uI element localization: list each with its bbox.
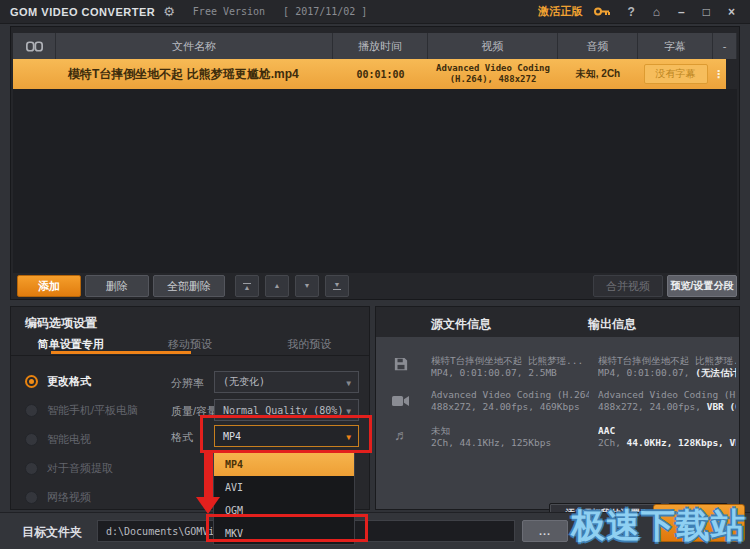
arrow-up-icon: ▲ (244, 285, 251, 291)
bottom-bar-glyph (333, 289, 341, 290)
format-select[interactable]: MP4 ▼ (214, 425, 359, 447)
output-info-title: 输出信息 (588, 316, 636, 333)
annotation-arrow-down-icon (196, 497, 220, 514)
row-menu-icon[interactable]: ⋮ (713, 59, 726, 89)
convert-button[interactable] (653, 504, 745, 542)
radio-unselected-icon (25, 433, 38, 446)
key-icon[interactable] (594, 6, 610, 17)
output-file-row: 模特T台摔倒坐地不起 比熊梦瑶... MP4, 0:01:00.07, (无法估… (598, 355, 736, 379)
info-body: ♬ 模特T台摔倒坐地不起 比熊梦瑶... MP4, 0:01:00.07, 2.… (376, 337, 739, 509)
row-link-cell (13, 59, 56, 89)
resolution-label: 分辨率 (171, 376, 204, 391)
source-info-title: 源文件信息 (431, 316, 491, 333)
destination-folder-label: 目标文件夹 (22, 524, 82, 541)
close-button[interactable]: × (723, 5, 740, 19)
radio-web-video[interactable]: 网络视频 (25, 483, 138, 512)
gom-video-converter-window: GOM VIDEO CONVERTER ⚙ Free Version [ 201… (0, 0, 750, 549)
settings-gear-icon[interactable]: ⚙ (163, 4, 175, 19)
column-collapse-button[interactable]: - (713, 33, 737, 59)
output-video-codec: Advanced Video Coding (H.264) (598, 389, 736, 401)
chevron-down-icon: ▼ (346, 433, 351, 442)
source-video-row: Advanced Video Coding (H.264) 488x272, 2… (431, 389, 589, 413)
row-video-info: Advanced Video Coding (H.264), 488x272 (428, 59, 558, 89)
dropdown-option-ogm[interactable]: OGM (214, 499, 354, 522)
column-header-filename[interactable]: 文件名称 (56, 33, 333, 59)
music-note-icon: ♬ (394, 427, 408, 443)
file-list-empty-area (13, 89, 737, 273)
row-video-resolution: (H.264), 488x272 (450, 74, 537, 85)
activate-license-link[interactable]: 激活正版 (538, 4, 582, 19)
file-row-selected[interactable]: 模特T台摔倒坐地不起 比熊梦瑶更尴尬.mp4 00:01:00 Advanced… (13, 59, 726, 89)
source-audio-row: 未知 2Ch, 44.1KHz, 125Kbps (431, 425, 589, 449)
chain-link-icon (26, 41, 43, 52)
funnel-icon (692, 516, 707, 531)
dropdown-option-mp4[interactable]: MP4 (214, 453, 354, 476)
row-subtitle-cell[interactable]: 没有字幕 (638, 59, 713, 89)
output-filename: 模特T台摔倒坐地不起 比熊梦瑶... (598, 355, 736, 367)
merge-videos-button[interactable]: 合并视频 (593, 275, 663, 297)
radio-label: 网络视频 (47, 490, 91, 505)
remove-all-button[interactable]: 全部删除 (153, 275, 225, 297)
move-down-button[interactable]: ▼ (295, 275, 319, 297)
radio-label: 更改格式 (47, 374, 91, 389)
minimize-button[interactable]: – (673, 5, 690, 19)
link-column-header[interactable] (13, 33, 56, 59)
radio-audio-extract[interactable]: 对于音频提取 (25, 454, 138, 483)
column-header-video[interactable]: 视频 (428, 33, 558, 59)
conversion-mode-radios: 更改格式 智能手机/平板电脑 智能电视 对于音频提取 网络视频 (25, 367, 138, 512)
output-audio-details: 2Ch, 44.0KHz, 128Kbps, VBR, 3... (598, 437, 736, 449)
move-to-bottom-button[interactable]: ▼ (325, 275, 349, 297)
list-toolbar: 添加 删除 全部删除 ▲ ▲ ▼ ▼ 合并视频 预览/设置分段 (13, 273, 737, 299)
arrow-down-icon: ▼ (334, 282, 341, 288)
preview-segment-button[interactable]: 预览/设置分段 (667, 275, 737, 297)
output-audio-codec: AAC (598, 425, 736, 437)
bottom-bar: 目标文件夹 d:\Documents\GOMVideoCo ... (0, 512, 750, 549)
output-video-details: 488x272, 24.00fps, VBR (Q 80)视 (598, 401, 736, 413)
radio-smart-tv[interactable]: 智能电视 (25, 425, 138, 454)
resolution-select[interactable]: (无变化) ▼ (214, 371, 359, 393)
source-filename: 模特T台摔倒坐地不起 比熊梦瑶... (431, 355, 589, 367)
maximize-button[interactable]: □ (698, 5, 715, 19)
format-field-row: 格式 MP4 ▼ (171, 425, 367, 447)
radio-label: 智能手机/平板电脑 (47, 403, 138, 418)
subtitle-selector[interactable]: 没有字幕 (644, 64, 708, 84)
output-audio-row: AAC 2Ch, 44.0KHz, 128Kbps, VBR, 3... (598, 425, 736, 449)
format-label: 格式 (171, 430, 193, 445)
chevron-down-icon: ▼ (346, 407, 351, 416)
browse-folder-button[interactable]: ... (522, 520, 568, 542)
column-header-subtitle[interactable]: 字幕 (638, 33, 713, 59)
format-value: MP4 (223, 431, 241, 442)
row-filename: 模特T台摔倒坐地不起 比熊梦瑶更尴尬.mp4 (56, 59, 333, 89)
encoding-panel-title: 编码选项设置 (25, 315, 97, 332)
radio-unselected-icon (25, 462, 38, 475)
build-date-label: [ 2017/11/02 ] (283, 6, 367, 17)
tab-my-presets[interactable]: 我的预设 (250, 333, 369, 355)
radio-selected-icon (25, 375, 38, 388)
arrow-down-icon: ▼ (304, 283, 311, 289)
add-file-button[interactable]: 添加 (17, 275, 81, 297)
quality-value: Normal Quality (80%) (223, 405, 343, 416)
remove-file-button[interactable]: 删除 (85, 275, 149, 297)
dropdown-option-avi[interactable]: AVI (214, 476, 354, 499)
move-up-button[interactable]: ▲ (265, 275, 289, 297)
format-dropdown-list: MP4 AVI OGM MKV (213, 452, 355, 545)
column-header-duration[interactable]: 播放时间 (333, 33, 428, 59)
file-info-panel: 源文件信息 输出信息 ♬ 模特T台摔倒坐地不起 比熊梦瑶... MP4, 0:0… (375, 306, 740, 510)
file-table-header: 文件名称 播放时间 视频 音频 字幕 - (13, 33, 737, 59)
radio-change-format[interactable]: 更改格式 (25, 367, 138, 396)
help-button[interactable]: ? (622, 5, 639, 19)
move-to-top-button[interactable]: ▲ (235, 275, 259, 297)
source-file-details: MP4, 0:01:00.07, 2.5MB (431, 367, 589, 379)
quality-label: 质量/容量 (171, 404, 218, 419)
radio-label: 对于音频提取 (47, 461, 113, 476)
app-title: GOM VIDEO CONVERTER (10, 6, 155, 18)
row-video-codec: Advanced Video Coding (436, 63, 550, 74)
home-button[interactable]: ⌂ (648, 5, 665, 19)
radio-smartphone-tablet[interactable]: 智能手机/平板电脑 (25, 396, 138, 425)
radio-unselected-icon (25, 404, 38, 417)
column-header-audio[interactable]: 音频 (558, 33, 638, 59)
dropdown-option-mkv[interactable]: MKV (214, 522, 354, 545)
annotation-arrow-shaft (204, 452, 213, 498)
quality-select[interactable]: Normal Quality (80%) ▼ (214, 399, 359, 421)
radio-label: 智能电视 (47, 432, 91, 447)
